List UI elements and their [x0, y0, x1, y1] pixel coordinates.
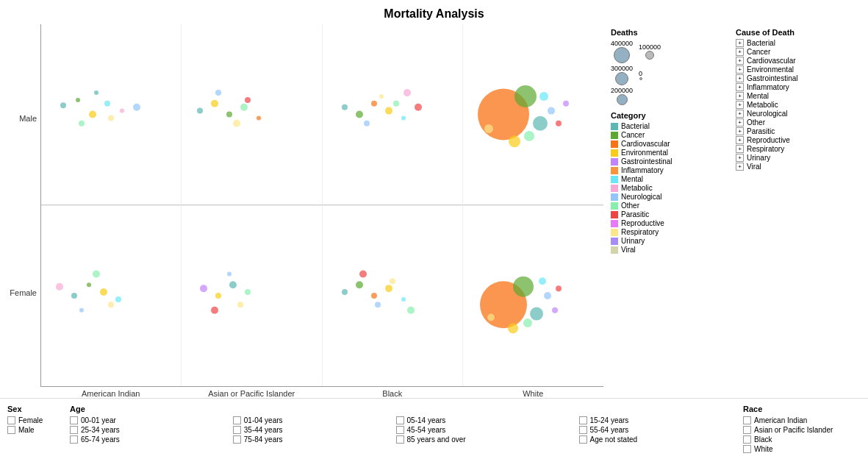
- x-label-black: Black: [322, 389, 463, 398]
- svg-point-3: [104, 101, 110, 107]
- filter-age-1524[interactable]: 15-24 years: [579, 416, 732, 424]
- filter-sex-female-check[interactable]: [7, 416, 15, 424]
- cod-gastrointestinal[interactable]: +Gastrointestinal: [736, 74, 831, 82]
- svg-point-1: [76, 98, 80, 102]
- filter-age-not-stated[interactable]: Age not stated: [579, 435, 732, 444]
- filter-age-4554[interactable]: 45-54 years: [396, 426, 561, 434]
- cod-cardiovascular[interactable]: +Cardiovascular: [736, 57, 831, 65]
- svg-point-17: [342, 104, 348, 110]
- svg-point-20: [385, 107, 392, 115]
- cod-neurological[interactable]: +Neurological: [736, 110, 831, 118]
- svg-point-70: [556, 285, 562, 291]
- svg-point-36: [563, 101, 569, 107]
- svg-point-60: [407, 307, 415, 314]
- filter-age-3544[interactable]: 35-44 years: [233, 426, 378, 434]
- filter-age-title: Age: [70, 405, 732, 413]
- svg-point-21: [401, 115, 406, 120]
- cod-respiratory[interactable]: +Respiratory: [736, 145, 831, 153]
- cell-black-female: [323, 205, 463, 386]
- filter-sex-title: Sex: [7, 405, 59, 413]
- chart-area: [40, 24, 603, 387]
- dots-ai-male: [41, 24, 181, 204]
- cat-environmental: Environmental: [611, 149, 728, 157]
- svg-point-53: [356, 281, 363, 288]
- dots-api-male: [182, 24, 321, 204]
- cod-reproductive[interactable]: +Reproductive: [736, 136, 831, 144]
- filter-age-5564[interactable]: 55-64 years: [579, 426, 732, 434]
- svg-point-41: [115, 296, 121, 302]
- main-container: Mortality Analysis Male Female: [0, 0, 868, 459]
- cod-cancer[interactable]: +Cancer: [736, 48, 831, 56]
- svg-point-8: [108, 115, 114, 121]
- filter-sex-male-check[interactable]: [7, 426, 15, 434]
- filter-sex-male[interactable]: Male: [7, 426, 59, 434]
- dots-black-male: [323, 24, 462, 204]
- chart-section: Male Female: [0, 24, 603, 398]
- filter-race-ai[interactable]: American Indian: [743, 416, 861, 424]
- cod-mental[interactable]: +Mental: [736, 92, 831, 100]
- svg-point-11: [226, 112, 232, 118]
- cod-parasitic[interactable]: +Parasitic: [736, 127, 831, 135]
- cod-urinary[interactable]: +Urinary: [736, 154, 831, 162]
- filter-race-white[interactable]: White: [743, 445, 861, 453]
- filter-age-2534[interactable]: 25-34 years: [70, 426, 215, 434]
- cod-metabolic[interactable]: +Metabolic: [736, 101, 831, 109]
- size-legend-title: Deaths: [611, 28, 728, 37]
- cod-environmental[interactable]: +Environmental: [736, 65, 831, 74]
- svg-point-31: [524, 131, 534, 141]
- svg-point-4: [120, 109, 124, 113]
- cat-inflammatory: Inflammatory: [611, 166, 728, 174]
- cat-cardiovascular: Cardiovascular: [611, 140, 728, 148]
- dots-white-male: [463, 24, 603, 204]
- svg-point-52: [342, 289, 348, 295]
- x-axis-labels: American Indian Asian or Pacific Islande…: [0, 387, 603, 398]
- svg-point-42: [79, 308, 84, 313]
- cod-inflammatory[interactable]: +Inflammatory: [736, 83, 831, 91]
- y-label-male: Male: [19, 114, 37, 123]
- filter-age-0514[interactable]: 05-14 years: [396, 416, 561, 424]
- svg-point-28: [514, 85, 537, 107]
- svg-point-59: [390, 278, 395, 284]
- y-label-female: Female: [10, 288, 37, 297]
- svg-point-9: [197, 108, 203, 114]
- svg-point-54: [371, 293, 377, 299]
- svg-point-32: [548, 107, 555, 115]
- cod-legend-title: Cause of Death: [736, 28, 831, 37]
- svg-point-57: [359, 270, 367, 277]
- filter-age-0001[interactable]: 00-01 year: [70, 416, 215, 424]
- svg-point-7: [94, 90, 98, 95]
- svg-point-13: [257, 115, 261, 120]
- dots-api-female: [182, 205, 321, 386]
- filter-age-0104[interactable]: 01-04 years: [233, 416, 378, 424]
- filter-age: Age 00-01 year 01-04 years 05-14 years 1…: [70, 405, 732, 453]
- cod-other[interactable]: +Other: [736, 118, 831, 127]
- svg-point-37: [56, 283, 63, 291]
- svg-point-16: [245, 97, 251, 103]
- filter-sex-female[interactable]: Female: [7, 416, 59, 424]
- filter-age-85plus[interactable]: 85 years and over: [396, 435, 561, 444]
- svg-point-30: [509, 135, 520, 147]
- filter-age-6574[interactable]: 65-74 years: [70, 435, 215, 444]
- filter-age-7584[interactable]: 75-84 years: [233, 435, 378, 444]
- cod-viral[interactable]: +Viral: [736, 163, 831, 171]
- chart-with-yaxis: Male Female: [0, 24, 603, 387]
- category-legend: Category Bacterial Cancer Cardiovascular…: [611, 111, 728, 255]
- svg-point-24: [379, 94, 384, 99]
- y-axis: Male Female: [0, 24, 40, 387]
- cat-cancer: Cancer: [611, 131, 728, 139]
- right-panel: Deaths 400000 100000 300000: [603, 24, 868, 398]
- filter-race-api[interactable]: Asian or Pacific Islander: [743, 426, 861, 434]
- cat-respiratory: Respiratory: [611, 228, 728, 236]
- svg-point-15: [233, 120, 240, 127]
- cell-api-female: [182, 205, 322, 386]
- size-legend: Deaths 400000 100000 300000: [611, 28, 728, 111]
- svg-point-58: [375, 302, 381, 307]
- svg-point-2: [89, 111, 96, 118]
- cell-white-male: [463, 24, 603, 205]
- filter-race-black[interactable]: Black: [743, 435, 861, 444]
- svg-point-46: [215, 293, 221, 299]
- cod-bacterial[interactable]: +Bacterial: [736, 39, 831, 47]
- filter-race-title: Race: [743, 405, 861, 413]
- svg-point-12: [240, 104, 248, 111]
- filter-race-items: American Indian Asian or Pacific Islande…: [743, 416, 861, 453]
